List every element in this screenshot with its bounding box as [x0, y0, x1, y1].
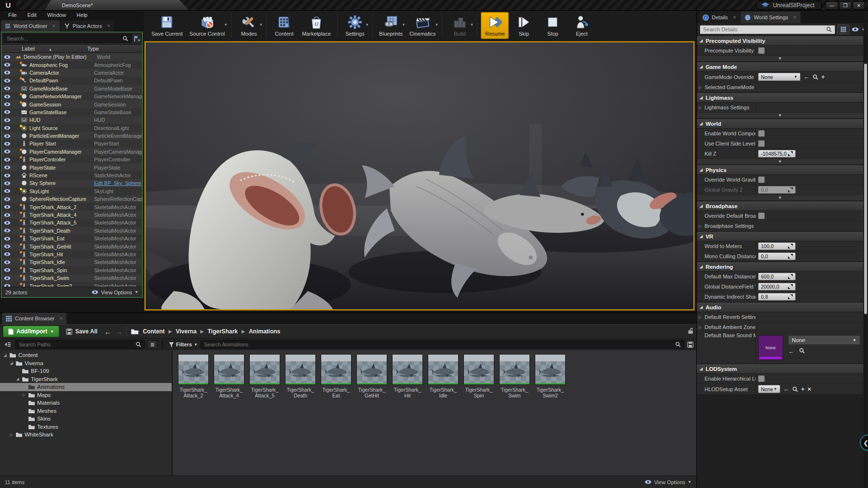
search-assets-input[interactable]: Search Animations	[201, 340, 684, 349]
search-paths-input[interactable]: Search Paths	[15, 340, 145, 349]
tree-folder-materials[interactable]: Materials	[0, 399, 172, 407]
outliner-row[interactable]: TigerShark_Attack_5SkeletalMeshActor	[1, 219, 142, 226]
visibility-eye-icon[interactable]	[1, 126, 13, 130]
visibility-eye-icon[interactable]	[1, 237, 13, 241]
advanced-expander[interactable]: ▼	[697, 195, 863, 201]
visibility-eye-icon[interactable]	[1, 213, 13, 217]
outliner-row[interactable]: TigerShark_DeathSkeletalMeshActor	[1, 227, 142, 235]
checkbox[interactable]	[758, 375, 765, 382]
tree-expander-icon[interactable]: ▷	[22, 393, 26, 397]
document-tab[interactable]: DemoScene*	[44, 0, 189, 10]
section-header-game-mode[interactable]: ◢Game Mode	[697, 62, 863, 72]
visibility-eye-icon[interactable]	[1, 134, 13, 138]
filters-button[interactable]: Filters ▼	[169, 342, 198, 347]
visibility-eye-icon[interactable]	[1, 252, 13, 256]
visibility-eye-icon[interactable]	[1, 63, 13, 67]
restore-button[interactable]: ❐	[839, 1, 852, 10]
menu-edit[interactable]: Edit	[23, 12, 41, 18]
tree-folder-tigershark[interactable]: ◢TigerShark	[0, 375, 172, 383]
number-input[interactable]: 0,0	[758, 252, 796, 260]
outliner-row[interactable]: DemoScene (Play In Editor)World	[1, 53, 142, 61]
visibility-eye-icon[interactable]	[1, 86, 13, 91]
visibility-eye-icon[interactable]	[1, 244, 13, 249]
menu-window[interactable]: Window	[43, 12, 70, 18]
number-input[interactable]: -1048575,0	[758, 150, 796, 158]
list-view-button[interactable]: ≣	[148, 340, 157, 349]
visibility-eye-icon[interactable]	[1, 142, 13, 146]
section-header-precomputed-visibility[interactable]: ◢Precomputed Visibility	[697, 36, 863, 46]
asset-tile[interactable]: TigerShark_Attack_4	[212, 354, 246, 398]
section-header-lightmass[interactable]: ◢Lightmass	[697, 92, 863, 103]
chevron-down-icon[interactable]: ▼	[435, 23, 439, 27]
outliner-row[interactable]: PlayerControllerPlayerController	[1, 156, 142, 163]
outliner-row[interactable]: RSceneStaticMeshActor	[1, 171, 142, 179]
outliner-row[interactable]: GameStateBaseGameStateBase	[1, 108, 142, 116]
section-header-world[interactable]: ◢World	[697, 119, 863, 129]
visibility-eye-icon[interactable]	[1, 94, 13, 99]
outliner-row[interactable]: TigerShark_Attack_4SkeletalMeshActor	[1, 211, 142, 219]
outliner-row[interactable]: SphereReflectionCaptureSphereReflectionC…	[1, 195, 142, 203]
cinematics-button[interactable]: Cinematics▼	[407, 12, 438, 39]
sound-mix-dropdown[interactable]: None▼	[788, 335, 860, 345]
visibility-eye-icon[interactable]	[1, 102, 13, 106]
tree-folder-viverna[interactable]: ◢Viverna	[0, 359, 172, 368]
use-selected-icon[interactable]: ←	[783, 385, 789, 393]
sound-mix-swatch[interactable]: None	[758, 335, 783, 360]
advanced-expander[interactable]: ▼	[697, 159, 863, 165]
section-header-lodsystem[interactable]: ◢LODSystem	[697, 364, 863, 374]
outliner-row[interactable]: CameraActorCameraActor	[1, 69, 142, 77]
tab-close-icon[interactable]: ✕	[733, 15, 737, 20]
checkbox[interactable]	[758, 47, 765, 54]
save-current-button[interactable]: Save Current	[149, 12, 186, 39]
expander-icon[interactable]: ▷	[699, 85, 702, 90]
edit-blueprint-link[interactable]: Edit BP_Sky_Sphere	[94, 180, 142, 186]
tree-folder-content[interactable]: ◢Content	[0, 351, 172, 359]
tree-folder-bf-109[interactable]: BF-109	[0, 367, 172, 375]
outliner-row[interactable]: SkyLightSkyLight	[1, 187, 142, 195]
outliner-row[interactable]: HUDHUD	[1, 116, 142, 124]
close-button[interactable]: ✕	[853, 1, 865, 10]
tree-folder-meshes[interactable]: Meshes	[0, 407, 172, 415]
history-back-button[interactable]: ←	[104, 328, 111, 336]
chevron-down-icon[interactable]: ▼	[259, 23, 263, 27]
browse-search-icon[interactable]	[792, 386, 798, 392]
number-input[interactable]: 600,0	[758, 273, 796, 280]
modes-button[interactable]: Modes▼	[235, 12, 263, 39]
asset-tile[interactable]: TigerShark_Eat	[319, 354, 353, 398]
source-control-button[interactable]: Source Control▼	[187, 12, 228, 39]
assets-view-options[interactable]: View Options ▼	[645, 479, 692, 485]
browse-search-icon[interactable]	[813, 74, 818, 80]
checkbox[interactable]	[758, 212, 765, 219]
outliner-row[interactable]: Player StartPlayerStart	[1, 140, 142, 147]
menu-help[interactable]: Help	[72, 12, 92, 18]
tab-close-icon[interactable]: ✕	[793, 15, 797, 20]
visibility-eye-icon[interactable]	[1, 118, 13, 122]
breadcrumb-viverna[interactable]: Viverna	[176, 328, 196, 335]
asset-tile[interactable]: TigerShark_Swim	[498, 354, 531, 398]
section-header-rendering[interactable]: ◢Rendering	[697, 262, 863, 272]
tab-world-settings[interactable]: World Settings✕	[741, 12, 800, 23]
eject-button[interactable]: Eject	[568, 12, 596, 39]
outliner-row[interactable]: TigerShark_Swim2SkeletalMeshActor	[1, 282, 142, 287]
visibility-eye-icon[interactable]	[1, 276, 13, 280]
chevron-down-icon[interactable]: ▼	[402, 23, 406, 27]
visibility-eye-icon[interactable]	[1, 189, 13, 193]
tree-expander-icon[interactable]: ◢	[15, 377, 20, 381]
chevron-down-icon[interactable]: ▼	[365, 23, 369, 27]
history-forward-button[interactable]: →	[115, 328, 122, 336]
outliner-row[interactable]: PlayerCameraManagerPlayerCameraManager	[1, 148, 142, 156]
tab-close-icon[interactable]: ✕	[107, 24, 111, 28]
add-icon[interactable]: +	[821, 73, 825, 80]
sources-toggle-button[interactable]	[3, 342, 13, 347]
outliner-row[interactable]: TigerShark_SwimSkeletalMeshActor	[1, 274, 142, 282]
outliner-row[interactable]: GameSessionGameSession	[1, 100, 142, 108]
outliner-row[interactable]: PlayerStatePlayerState	[1, 163, 142, 171]
content-button[interactable]: Content	[270, 12, 298, 39]
visibility-eye-icon[interactable]	[1, 110, 13, 114]
property-matrix-button[interactable]	[837, 25, 850, 34]
outliner-row[interactable]: TigerShark_HitSkeletalMeshActor	[1, 251, 142, 258]
outliner-row[interactable]: Sky SphereEdit BP_Sky_Sphere	[1, 179, 142, 187]
checkbox[interactable]	[758, 140, 765, 147]
dropdown[interactable]: None▼	[758, 385, 780, 393]
outliner-row[interactable]: Light SourceDirectionalLight	[1, 124, 142, 132]
